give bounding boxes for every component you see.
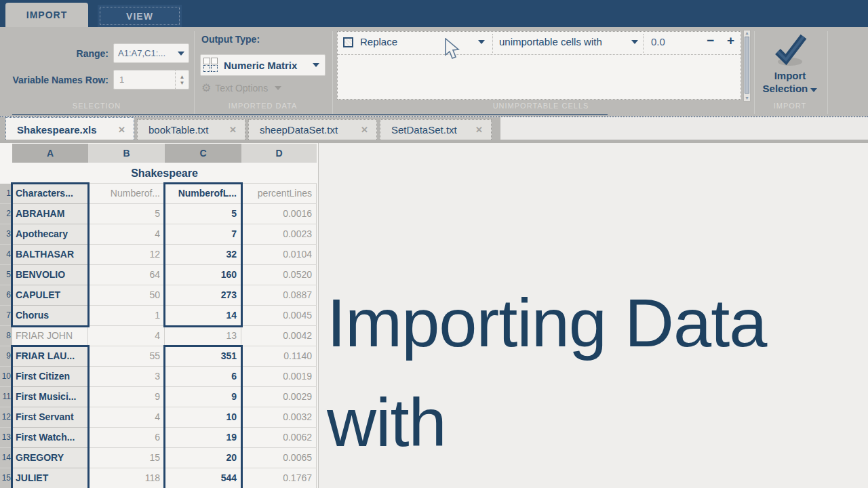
cell-B5[interactable]: 64	[88, 265, 165, 285]
decrement-button[interactable]: −	[707, 33, 714, 48]
cell-C9[interactable]: 351	[165, 346, 241, 367]
row-number[interactable]: 13	[0, 428, 12, 448]
replacement-value-field[interactable]: 0.0	[651, 36, 665, 47]
row-number[interactable]: 3	[0, 224, 12, 245]
cell-B15[interactable]: 118	[88, 468, 165, 488]
row-number[interactable]: 2	[0, 204, 12, 224]
cell-D4[interactable]: 0.0104	[241, 245, 317, 265]
row-number[interactable]: 6	[0, 285, 12, 306]
cell-C15[interactable]: 544	[165, 468, 241, 488]
column-header-C[interactable]: C	[165, 144, 241, 163]
cell-C3[interactable]: 7	[165, 224, 241, 245]
cell-C4[interactable]: 32	[165, 245, 241, 265]
cell-A8[interactable]: FRIAR JOHN	[12, 326, 88, 346]
row-number[interactable]: 8	[0, 326, 12, 346]
cell-C6[interactable]: 273	[165, 285, 241, 306]
chevron-down-icon[interactable]	[631, 40, 638, 44]
cell-A3[interactable]: Apothecary	[12, 224, 88, 245]
cell-C14[interactable]: 20	[165, 448, 241, 468]
chevron-down-icon[interactable]	[478, 40, 485, 44]
file-tab-bookTable.txt[interactable]: bookTable.txt✕	[137, 119, 245, 140]
cell-D9[interactable]: 0.1140	[241, 346, 317, 367]
row-number[interactable]: 4	[0, 245, 12, 265]
ribbon-tab-import[interactable]: IMPORT	[5, 3, 88, 27]
cell-A14[interactable]: GREGORY	[12, 448, 88, 468]
cell-C10[interactable]: 6	[165, 367, 241, 387]
cell-C12[interactable]: 10	[165, 407, 241, 428]
cell-B6[interactable]: 50	[88, 285, 165, 306]
cell-C11[interactable]: 9	[165, 387, 241, 407]
cell-A5[interactable]: BENVOLIO	[12, 265, 88, 285]
output-type-dropdown[interactable]: Numeric Matrix	[200, 54, 326, 76]
cell-D5[interactable]: 0.0520	[241, 265, 317, 285]
cell-B4[interactable]: 12	[88, 245, 165, 265]
cell-A2[interactable]: ABRAHAM	[12, 204, 88, 224]
cell-D11[interactable]: 0.0029	[241, 387, 317, 407]
scroll-up-icon[interactable]: ▲	[744, 30, 750, 36]
cell-D15[interactable]: 0.1767	[241, 468, 317, 488]
column-header-B[interactable]: B	[88, 144, 165, 163]
cell-A7[interactable]: Chorus	[12, 306, 88, 326]
close-icon[interactable]: ✕	[118, 125, 125, 135]
close-icon[interactable]: ✕	[475, 125, 483, 135]
row-number[interactable]: 15	[0, 468, 12, 488]
cell-A15[interactable]: JULIET	[12, 468, 88, 488]
scroll-down-icon[interactable]: ▼	[744, 96, 750, 101]
cell-A12[interactable]: First Servant	[12, 407, 88, 428]
cell-C2[interactable]: 5	[165, 204, 241, 224]
row-number[interactable]: 1	[0, 184, 12, 204]
cell-A1[interactable]: Characters...	[12, 184, 88, 204]
close-icon[interactable]: ✕	[361, 125, 368, 135]
cell-B7[interactable]: 1	[88, 306, 165, 326]
range-combo[interactable]: A1:A7,C1:...	[113, 43, 189, 63]
column-header-D[interactable]: D	[241, 144, 317, 163]
row-number[interactable]: 5	[0, 265, 12, 285]
cell-B3[interactable]: 4	[88, 224, 165, 245]
cell-D8[interactable]: 0.0042	[241, 326, 317, 346]
file-tab-SetDataSet.txt[interactable]: SetDataSet.txt✕	[380, 119, 492, 140]
cell-A13[interactable]: First Watch...	[12, 428, 88, 448]
row-number[interactable]: 14	[0, 448, 12, 468]
cell-C13[interactable]: 19	[165, 428, 241, 448]
cell-B8[interactable]: 4	[88, 326, 165, 346]
row-number[interactable]: 12	[0, 407, 12, 428]
cell-A11[interactable]: First Musici...	[12, 387, 88, 407]
row-number[interactable]: 10	[0, 367, 12, 387]
ribbon-tab-view[interactable]: VIEW	[98, 5, 182, 27]
cell-B11[interactable]: 9	[88, 387, 165, 407]
cell-B12[interactable]: 4	[88, 407, 165, 428]
cell-B2[interactable]: 5	[88, 204, 165, 224]
variable-names-row-field[interactable]: 1 ▲▼	[113, 70, 189, 89]
cell-C8[interactable]: 13	[165, 326, 241, 346]
cell-A9[interactable]: FRIAR LAU...	[12, 346, 88, 367]
row-number[interactable]: 11	[0, 387, 12, 407]
cell-B10[interactable]: 3	[88, 367, 165, 387]
cell-D13[interactable]: 0.0062	[241, 428, 317, 448]
spinner-stepper[interactable]: ▲▼	[175, 70, 189, 89]
panel-scrollbar[interactable]: ▲ ▼	[743, 30, 751, 102]
replace-dropdown-label[interactable]: Replace	[360, 36, 397, 47]
cell-B14[interactable]: 15	[88, 448, 165, 468]
cell-D10[interactable]: 0.0019	[241, 367, 317, 387]
file-tab-sheepDataSet.txt[interactable]: sheepDataSet.txt✕	[248, 119, 377, 140]
text-options-button[interactable]: ⚙ Text Options	[201, 81, 281, 94]
cell-B9[interactable]: 55	[88, 346, 165, 367]
cell-B1[interactable]: Numberof...	[88, 184, 165, 204]
cell-D12[interactable]: 0.0032	[241, 407, 317, 428]
cell-D14[interactable]: 0.0065	[241, 448, 317, 468]
increment-button[interactable]: +	[727, 33, 734, 48]
scrollbar-thumb[interactable]	[745, 37, 749, 94]
cell-A10[interactable]: First Citizen	[12, 367, 88, 387]
cell-D3[interactable]: 0.0023	[241, 224, 317, 245]
close-icon[interactable]: ✕	[229, 125, 237, 135]
cell-C5[interactable]: 160	[165, 265, 241, 285]
cell-D1[interactable]: percentLines	[241, 184, 317, 204]
cell-B13[interactable]: 6	[88, 428, 165, 448]
cell-A6[interactable]: CAPULET	[12, 285, 88, 306]
cell-D7[interactable]: 0.0045	[241, 306, 317, 326]
cell-C7[interactable]: 14	[165, 306, 241, 326]
cell-D2[interactable]: 0.0016	[241, 204, 317, 224]
cell-A4[interactable]: BALTHASAR	[12, 245, 88, 265]
merged-title-cell[interactable]: Shakespeare	[12, 163, 317, 184]
cells-with-dropdown-label[interactable]: unimportable cells with	[499, 36, 602, 47]
